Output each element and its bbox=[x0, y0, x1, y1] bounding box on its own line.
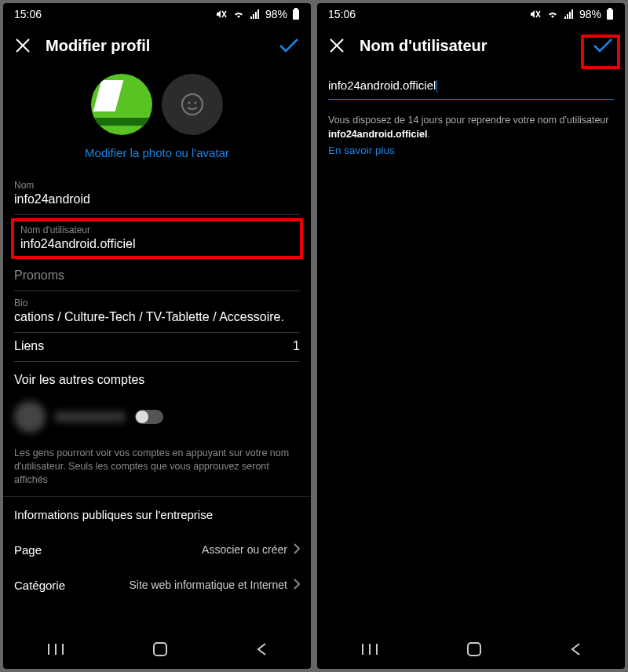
row-page-label: Page bbox=[14, 543, 42, 557]
username-input[interactable]: info24android.officiel bbox=[328, 79, 614, 100]
text-caret bbox=[436, 80, 437, 93]
signal-icon bbox=[564, 9, 575, 19]
recent-apps-button[interactable] bbox=[47, 642, 64, 659]
svg-point-4 bbox=[182, 94, 203, 115]
chevron-right-icon bbox=[294, 579, 300, 592]
field-links-count: 1 bbox=[293, 339, 300, 353]
status-icons: 98% bbox=[215, 8, 300, 20]
recent-apps-button[interactable] bbox=[361, 642, 378, 659]
highlight-username: Nom d'utilisateur info24android.officiel bbox=[11, 218, 303, 259]
avatar-row bbox=[3, 74, 311, 135]
wifi-icon bbox=[232, 9, 245, 19]
android-navbar bbox=[3, 633, 311, 669]
field-bio-label: Bio bbox=[14, 298, 300, 309]
battery-icon bbox=[606, 8, 614, 20]
page-title: Modifier profil bbox=[46, 37, 264, 55]
field-name-label: Nom bbox=[14, 180, 300, 191]
field-username-value: info24android.officiel bbox=[20, 237, 294, 251]
row-page-value: Associer ou créer bbox=[202, 543, 287, 556]
mute-icon bbox=[215, 9, 228, 20]
status-icons: 98% bbox=[529, 8, 614, 20]
account-row[interactable] bbox=[3, 395, 311, 439]
status-time: 15:06 bbox=[328, 8, 356, 20]
confirm-icon[interactable] bbox=[278, 37, 300, 54]
battery-text: 98% bbox=[579, 8, 601, 20]
battery-text: 98% bbox=[265, 8, 287, 20]
mute-icon bbox=[529, 9, 542, 20]
account-toggle[interactable] bbox=[135, 410, 163, 424]
status-time: 15:06 bbox=[14, 8, 42, 20]
phone-left: 15:06 98% Modifier profil Modifier la ph… bbox=[3, 3, 311, 669]
page-title: Nom d'utilisateur bbox=[360, 37, 578, 55]
account-avatar bbox=[14, 401, 46, 433]
field-username[interactable]: Nom d'utilisateur info24android.officiel bbox=[20, 225, 294, 251]
battery-icon bbox=[292, 8, 300, 20]
avatar-creator-button[interactable] bbox=[162, 74, 223, 135]
svg-point-5 bbox=[188, 102, 191, 104]
svg-rect-14 bbox=[608, 8, 612, 9]
business-info-header: Informations publiques sur l'entreprise bbox=[3, 497, 311, 532]
account-name-blurred bbox=[55, 411, 126, 422]
field-links[interactable]: Liens 1 bbox=[14, 333, 300, 362]
home-button[interactable] bbox=[466, 641, 482, 660]
modify-photo-link[interactable]: Modifier la photo ou l'avatar bbox=[3, 146, 311, 159]
field-bio[interactable]: Bio cations / Culture-Tech / TV-Tablette… bbox=[14, 291, 300, 333]
username-input-value: info24android.officiel bbox=[328, 79, 436, 92]
svg-rect-2 bbox=[293, 9, 299, 20]
profile-photo[interactable] bbox=[91, 74, 152, 135]
home-button[interactable] bbox=[152, 641, 168, 660]
row-category-value: Site web informatique et Internet bbox=[129, 579, 287, 591]
header: Nom d'utilisateur bbox=[317, 25, 625, 66]
field-name-value: info24android bbox=[14, 192, 300, 206]
phone-right: 15:06 98% Nom d'utilisateur info24androi… bbox=[317, 3, 625, 669]
status-bar: 15:06 98% bbox=[3, 3, 311, 25]
svg-rect-13 bbox=[607, 9, 613, 20]
other-accounts-title: Voir les autres comptes bbox=[3, 362, 311, 395]
profile-form: Nom info24android Nom d'utilisateur info… bbox=[3, 173, 311, 362]
username-info: Vous disposez de 14 jours pour reprendre… bbox=[317, 103, 625, 144]
svg-rect-3 bbox=[294, 8, 298, 9]
field-username-label: Nom d'utilisateur bbox=[20, 225, 294, 236]
close-icon[interactable] bbox=[14, 37, 31, 54]
svg-point-6 bbox=[195, 102, 197, 104]
field-bio-value: cations / Culture-Tech / TV-Tablette / A… bbox=[14, 310, 300, 324]
close-icon[interactable] bbox=[328, 37, 345, 54]
status-bar: 15:06 98% bbox=[317, 3, 625, 25]
header: Modifier profil bbox=[3, 25, 311, 66]
wifi-icon bbox=[546, 9, 559, 19]
android-navbar bbox=[317, 633, 625, 669]
svg-rect-18 bbox=[468, 643, 480, 656]
svg-rect-10 bbox=[154, 643, 166, 656]
signal-icon bbox=[250, 9, 261, 19]
field-pronouns-label: Pronoms bbox=[14, 268, 300, 283]
field-name[interactable]: Nom info24android bbox=[14, 173, 300, 215]
learn-more-link[interactable]: En savoir plus bbox=[317, 144, 625, 156]
other-accounts-hint: Les gens pourront voir vos comptes en ap… bbox=[3, 439, 311, 487]
row-category[interactable]: Catégorie Site web informatique et Inter… bbox=[3, 568, 311, 603]
field-links-label: Liens bbox=[14, 339, 44, 353]
row-category-label: Catégorie bbox=[14, 579, 65, 592]
back-button[interactable] bbox=[256, 642, 267, 659]
back-button[interactable] bbox=[570, 642, 581, 659]
business-info-label: Informations publiques sur l'entreprise bbox=[14, 508, 213, 521]
row-page[interactable]: Page Associer ou créer bbox=[3, 532, 311, 568]
chevron-right-icon bbox=[294, 543, 300, 557]
highlight-confirm bbox=[581, 35, 620, 69]
field-pronouns[interactable]: Pronoms bbox=[14, 262, 300, 291]
